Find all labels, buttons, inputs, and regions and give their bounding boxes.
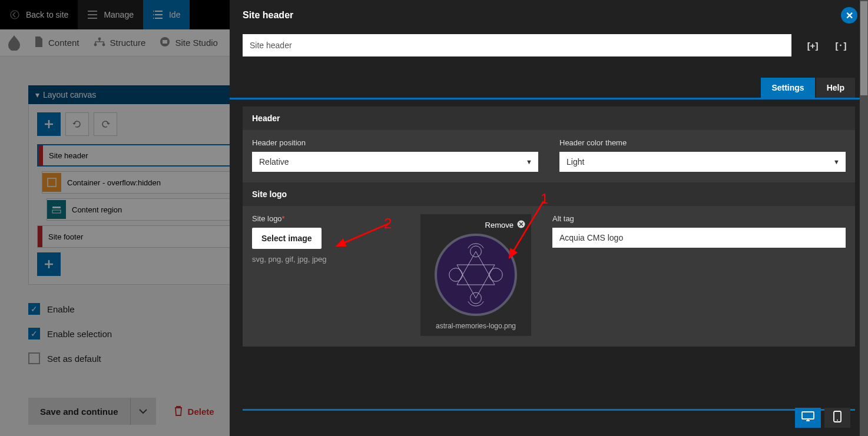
alt-tag-input[interactable] xyxy=(552,228,846,248)
save-and-continue-button[interactable]: Save and continue xyxy=(28,398,156,425)
caret-down-icon: ▾ xyxy=(35,90,39,99)
close-button[interactable]: ✕ xyxy=(841,7,857,24)
svg-rect-20 xyxy=(802,412,814,419)
section-header-header: Header xyxy=(243,106,855,130)
svg-point-5 xyxy=(94,44,97,46)
mobile-icon xyxy=(833,411,842,425)
layout-canvas-title: Layout canvas xyxy=(43,90,96,99)
menu-content[interactable]: Content xyxy=(34,36,79,49)
svg-point-22 xyxy=(837,420,838,421)
close-circle-icon xyxy=(517,220,525,230)
enable-selection-label: Enable selection xyxy=(47,329,112,339)
undo-button[interactable] xyxy=(65,112,89,136)
svg-point-4 xyxy=(98,38,101,41)
header-theme-select[interactable]: ▼ xyxy=(559,152,846,172)
checkbox-checked-icon: ✓ xyxy=(28,303,40,315)
enable-label: Enable xyxy=(47,304,75,314)
select-image-button[interactable]: Select image xyxy=(252,228,322,249)
remove-label: Remove xyxy=(485,221,513,229)
set-default-option[interactable]: Set as default xyxy=(28,352,112,364)
site-logo-label: Site logo* xyxy=(252,214,370,223)
region-icon xyxy=(47,200,66,219)
header-theme-value[interactable] xyxy=(559,152,846,172)
canvas-item-label: Site header xyxy=(43,151,88,160)
svg-rect-8 xyxy=(163,40,167,44)
header-position-value[interactable] xyxy=(252,152,538,172)
hamburger-icon xyxy=(87,9,98,20)
tab-help[interactable]: Help xyxy=(816,78,855,98)
svg-rect-9 xyxy=(48,178,56,187)
svg-point-3 xyxy=(153,18,154,19)
alt-tag-label: Alt tag xyxy=(552,214,846,223)
svg-point-6 xyxy=(102,44,105,46)
svg-point-0 xyxy=(11,11,19,19)
svg-point-2 xyxy=(153,14,154,15)
desktop-view-button[interactable] xyxy=(795,408,821,428)
mobile-view-button[interactable] xyxy=(824,408,850,428)
enable-selection-option[interactable]: ✓ Enable selection xyxy=(28,328,112,340)
header-theme-label: Header color theme xyxy=(559,138,846,147)
add-element-button[interactable] xyxy=(37,112,61,136)
set-default-label: Set as default xyxy=(47,354,101,364)
expand-icon-button[interactable]: [+] xyxy=(806,38,820,52)
ide-label: Ide xyxy=(169,10,180,19)
code-icon-button[interactable]: [᛫] xyxy=(834,38,848,52)
menu-content-label: Content xyxy=(48,38,79,48)
site-header-settings-modal: Site header ✕ [+] [᛫] Settings Help Head… xyxy=(230,0,868,436)
file-types-hint: svg, png, gif, jpg, jpeg xyxy=(252,255,370,264)
ide-tab[interactable]: Ide xyxy=(143,0,190,29)
logo-filename: astral-memories-logo.png xyxy=(426,322,525,330)
menu-structure[interactable]: Structure xyxy=(94,37,146,48)
canvas-item-label: Site footer xyxy=(42,232,83,241)
back-to-site-link[interactable]: Back to site xyxy=(0,0,78,29)
component-name-input[interactable] xyxy=(243,34,791,56)
manage-tab[interactable]: Manage xyxy=(78,0,143,29)
header-position-label: Header position xyxy=(252,138,538,147)
menu-site-studio[interactable]: Site Studio xyxy=(160,36,218,49)
trash-icon xyxy=(174,405,183,418)
menu-site-studio-label: Site Studio xyxy=(175,38,218,48)
section-header-site-logo: Site logo xyxy=(243,182,855,206)
container-icon xyxy=(42,173,61,192)
hierarchy-icon xyxy=(94,37,105,48)
menu-structure-label: Structure xyxy=(110,38,146,48)
back-to-site-label: Back to site xyxy=(26,10,68,19)
canvas-item-label: Content region xyxy=(72,205,122,214)
circle-icon xyxy=(160,36,170,49)
delete-button[interactable]: Delete xyxy=(174,405,214,418)
enable-option[interactable]: ✓ Enable xyxy=(28,303,112,315)
tab-settings[interactable]: Settings xyxy=(761,78,814,98)
checkbox-checked-icon: ✓ xyxy=(28,328,40,340)
svg-rect-11 xyxy=(52,210,61,213)
logo-preview-card: Remove xyxy=(420,214,531,336)
svg-point-1 xyxy=(153,11,154,12)
remove-image-button[interactable]: Remove xyxy=(426,220,525,230)
scrollbar-thumb[interactable] xyxy=(860,1,867,95)
drupal-icon xyxy=(8,35,20,51)
logo-thumbnail xyxy=(435,234,517,316)
save-label: Save and continue xyxy=(28,407,130,417)
checkbox-unchecked-icon xyxy=(28,352,40,364)
list-icon xyxy=(153,9,163,20)
desktop-icon xyxy=(801,411,814,424)
arrow-left-icon xyxy=(9,9,20,20)
add-element-button-bottom[interactable] xyxy=(37,252,61,276)
svg-rect-10 xyxy=(52,207,61,208)
redo-button[interactable] xyxy=(94,112,117,136)
manage-label: Manage xyxy=(104,10,134,19)
save-dropdown-toggle[interactable] xyxy=(130,398,156,425)
delete-label: Delete xyxy=(188,407,214,417)
close-icon: ✕ xyxy=(846,10,853,21)
header-position-select[interactable]: ▼ xyxy=(252,152,538,172)
document-icon xyxy=(34,36,44,49)
modal-title: Site header xyxy=(243,10,293,21)
canvas-item-label: Container - overflow:hidden xyxy=(67,178,161,187)
